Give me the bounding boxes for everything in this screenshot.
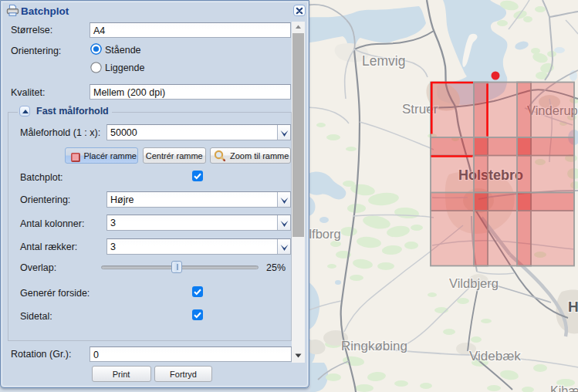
svg-text:Vildbjerg: Vildbjerg	[449, 276, 499, 290]
svg-text:H: H	[568, 299, 578, 315]
svg-text:Lemvig: Lemvig	[362, 53, 405, 69]
svg-text:Videbæk: Videbæk	[469, 349, 521, 363]
svg-text:Ringkøbing: Ringkøbing	[341, 339, 407, 353]
svg-text:Kibæ: Kibæ	[550, 384, 578, 392]
